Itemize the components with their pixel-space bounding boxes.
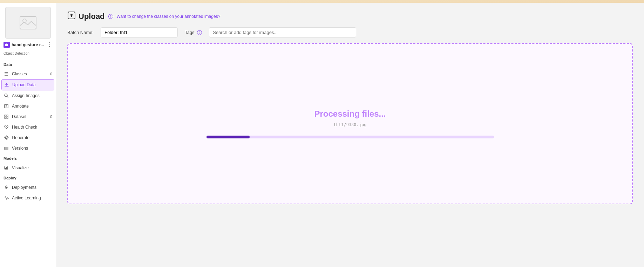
upload-icon [4, 82, 9, 88]
sidebar-item-versions[interactable]: Versions [0, 143, 56, 153]
project-info: hand gesture r... ⋮ [0, 41, 56, 52]
svg-rect-19 [5, 149, 8, 150]
svg-rect-17 [5, 147, 8, 148]
svg-rect-15 [7, 117, 8, 118]
content-area: Upload ? Want to change the classes on y… [56, 3, 644, 267]
progress-bar-fill [206, 136, 250, 138]
rocket-icon [4, 185, 9, 190]
sidebar-item-upload-label: Upload Data [12, 82, 36, 87]
sidebar-item-visualize-label: Visualize [12, 165, 29, 170]
list-icon [4, 71, 9, 77]
sidebar-item-deployments-label: Deployments [12, 185, 36, 190]
tags-label-group: Tags: ? [185, 30, 202, 35]
sidebar-item-classes[interactable]: Classes 0 [0, 69, 56, 79]
svg-rect-14 [5, 117, 6, 118]
tags-text: Tags: [185, 30, 196, 35]
sidebar-item-classes-badge: 0 [50, 72, 52, 76]
sidebar-item-annotate[interactable]: Annotate [0, 101, 56, 111]
upload-title: Upload [67, 11, 105, 22]
svg-rect-24 [7, 166, 8, 169]
form-row: Batch Name: Tags: ? [67, 27, 633, 37]
grid-icon [4, 114, 9, 119]
upload-header: Upload ? Want to change the classes on y… [67, 11, 633, 22]
sidebar-item-dataset-label: Dataset [12, 114, 26, 119]
svg-rect-23 [6, 167, 7, 169]
project-icon-box [4, 42, 10, 48]
sidebar-item-active-learning-label: Active Learning [12, 196, 41, 200]
batch-name-input[interactable] [101, 27, 178, 37]
processing-text: Processing files... [314, 109, 386, 119]
batch-name-label: Batch Name: [67, 30, 94, 35]
tags-input[interactable] [209, 27, 356, 37]
app-layout: hand gesture r... ⋮ Object Detection Dat… [0, 3, 644, 267]
svg-point-25 [6, 187, 7, 188]
layers-icon [4, 145, 9, 151]
sidebar: hand gesture r... ⋮ Object Detection Dat… [0, 3, 56, 267]
info-circle-icon[interactable]: ? [108, 14, 113, 19]
sidebar-item-versions-label: Versions [12, 146, 28, 151]
sidebar-item-generate[interactable]: Generate [0, 132, 56, 143]
sidebar-item-dataset[interactable]: Dataset 0 [0, 111, 56, 122]
sidebar-item-health-check[interactable]: Health Check [0, 122, 56, 132]
sidebar-item-generate-label: Generate [12, 135, 29, 140]
sidebar-item-active-learning[interactable]: Active Learning [0, 193, 56, 203]
heart-icon [4, 124, 9, 130]
main-content: Upload ? Want to change the classes on y… [56, 3, 644, 267]
processing-filename: tht1/9330.jpg [334, 122, 367, 127]
upload-square-icon [67, 11, 76, 22]
search-icon [4, 93, 9, 98]
svg-point-6 [5, 94, 7, 97]
section-label-deploy: Deploy [0, 173, 56, 182]
activity-icon [4, 195, 9, 201]
chart-icon [4, 165, 9, 171]
svg-rect-12 [5, 115, 6, 116]
svg-rect-0 [20, 16, 36, 29]
project-more-button[interactable]: ⋮ [47, 41, 52, 48]
project-title: hand gesture r... [4, 42, 44, 48]
sidebar-item-deployments[interactable]: Deployments [0, 182, 56, 193]
top-bar [0, 0, 644, 3]
settings-icon [4, 135, 9, 141]
sidebar-item-assign-label: Assign Images [12, 93, 40, 98]
svg-rect-13 [7, 115, 8, 116]
sidebar-item-health-label: Health Check [12, 125, 37, 130]
sidebar-item-classes-label: Classes [12, 71, 27, 76]
sidebar-item-upload-data[interactable]: Upload Data [1, 79, 54, 90]
sidebar-item-assign-images[interactable]: Assign Images [0, 90, 56, 101]
sidebar-item-visualize[interactable]: Visualize [0, 163, 56, 173]
svg-rect-22 [5, 168, 6, 169]
svg-line-7 [7, 97, 8, 98]
sidebar-item-annotate-label: Annotate [12, 104, 29, 109]
change-classes-link[interactable]: Want to change the classes on your annot… [117, 14, 221, 19]
svg-point-1 [23, 19, 26, 22]
project-name: hand gesture r... [12, 42, 44, 47]
svg-point-16 [6, 137, 7, 139]
section-label-models: Models [0, 153, 56, 163]
drop-zone[interactable]: Processing files... tht1/9330.jpg [67, 43, 633, 204]
progress-bar-container [206, 136, 494, 138]
section-label-data: Data [0, 60, 56, 69]
svg-rect-18 [5, 148, 8, 149]
sidebar-item-dataset-badge: 0 [50, 115, 52, 119]
tags-help-icon[interactable]: ? [197, 30, 202, 35]
project-type: Object Detection [0, 52, 56, 60]
edit-icon [4, 103, 9, 109]
project-thumbnail [5, 7, 51, 39]
